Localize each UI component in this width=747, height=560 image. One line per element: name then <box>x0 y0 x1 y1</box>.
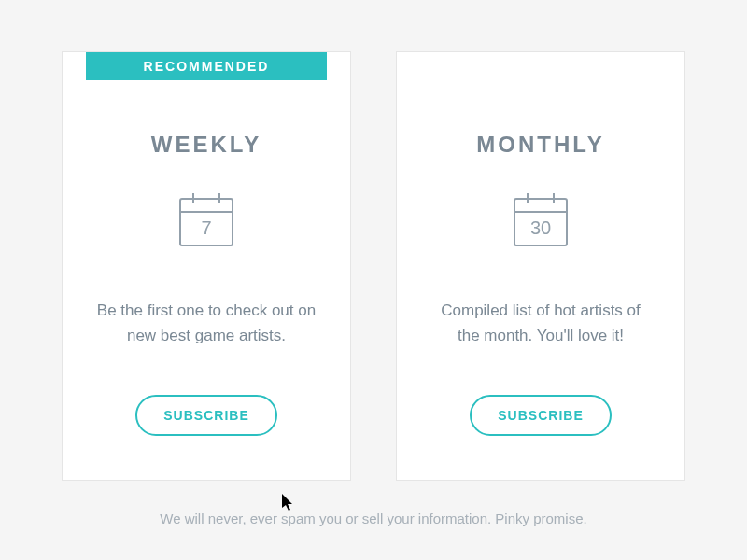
calendar-icon: 30 <box>507 186 574 253</box>
weekly-card: RECOMMENDED WEEKLY 7 Be the first one to… <box>62 51 351 481</box>
cursor-icon <box>282 494 297 512</box>
card-title-monthly: MONTHLY <box>476 132 604 158</box>
privacy-footer: We will never, ever spam you or sell you… <box>160 511 586 526</box>
monthly-card: MONTHLY 30 Compiled list of hot artists … <box>396 51 685 481</box>
card-title-weekly: WEEKLY <box>151 132 261 158</box>
subscription-cards: RECOMMENDED WEEKLY 7 Be the first one to… <box>62 51 685 481</box>
subscribe-button-monthly[interactable]: SUBSCRIBE <box>470 395 611 436</box>
calendar-icon: 7 <box>173 186 240 253</box>
subscribe-button-weekly[interactable]: SUBSCRIBE <box>135 395 276 436</box>
card-description-weekly: Be the first one to check out on new bes… <box>63 298 350 348</box>
recommended-badge: RECOMMENDED <box>86 52 327 80</box>
card-description-monthly: Compiled list of hot artists of the mont… <box>397 298 684 348</box>
svg-text:30: 30 <box>530 217 551 238</box>
svg-text:7: 7 <box>201 217 211 238</box>
